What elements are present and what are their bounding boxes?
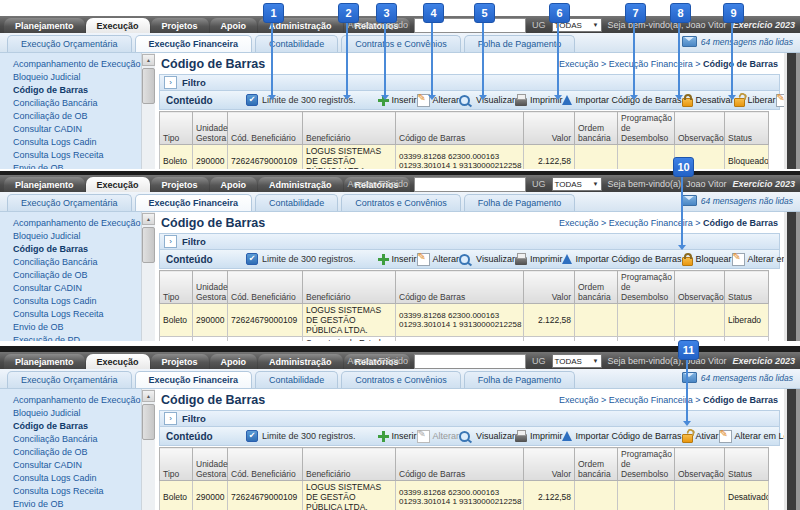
toolbar-button-visualizar[interactable]: Visualizar: [459, 431, 515, 442]
limite-checkbox[interactable]: ✔: [246, 253, 258, 265]
sidebar-item-consultar-cadin[interactable]: Consultar CADIN: [0, 459, 141, 472]
tab-execução-orçamentária[interactable]: Execução Orçamentária: [7, 371, 132, 388]
scrollbar-thumb[interactable]: [142, 227, 155, 263]
tab-execução-orçamentária[interactable]: Execução Orçamentária: [7, 35, 132, 52]
sidebar-item-acompanhamento-de-execução-de-pd[interactable]: Acompanhamento de Execução de PD: [0, 217, 141, 230]
toolbar-button-visualizar[interactable]: Visualizar: [459, 95, 515, 106]
sidebar-item-conciliação-de-ob[interactable]: Conciliação de OB: [0, 446, 141, 459]
sidebar-item-envio-de-ob[interactable]: Envio de OB: [0, 162, 141, 169]
toolbar-button-bloquear[interactable]: Bloquear: [682, 252, 732, 266]
breadcrumb-segment[interactable]: Execução Financeira: [609, 59, 693, 69]
sidebar-item-consulta-logs-cadin[interactable]: Consulta Logs Cadin: [0, 295, 141, 308]
scroll-up-icon[interactable]: ▲: [142, 390, 155, 402]
toolbar-button-desativar[interactable]: Desativar: [682, 93, 734, 107]
scrollbar-thumb[interactable]: [142, 68, 155, 104]
sidebar-item-conciliação-de-ob[interactable]: Conciliação de OB: [0, 110, 141, 123]
toolbar-button-inserir[interactable]: Inserir: [378, 254, 417, 265]
toolbar-button-imprimir[interactable]: Imprimir: [515, 431, 563, 442]
breadcrumb-segment[interactable]: Código de Barras: [703, 59, 778, 69]
scrollbar-thumb[interactable]: [142, 404, 155, 440]
unread-messages[interactable]: 64 mensagens não lidas: [682, 372, 793, 383]
toolbar-button-alterar[interactable]: Alterar: [417, 253, 460, 266]
toolbar-button-liberar[interactable]: Liberar: [734, 93, 776, 107]
sidebar-item-consulta-logs-receita[interactable]: Consulta Logs Receita: [0, 149, 141, 162]
sidebar-item-bloqueio-judicial[interactable]: Bloqueio Judicial: [0, 230, 141, 243]
sidebar-item-consulta-logs-receita[interactable]: Consulta Logs Receita: [0, 308, 141, 321]
tab-execução-financeira[interactable]: Execução Financeira: [135, 371, 253, 388]
sidebar-scrollbar[interactable]: ▲: [141, 53, 155, 169]
sidebar-item-execução-de-pd[interactable]: Execução de PD: [0, 334, 141, 341]
sidebar-item-envio-de-ob[interactable]: Envio de OB: [0, 498, 141, 510]
breadcrumb-segment[interactable]: Execução: [559, 218, 599, 228]
breadcrumb-segment[interactable]: Execução: [559, 395, 599, 405]
menu-tab-planejamento[interactable]: Planejamento: [4, 177, 85, 192]
menu-tab-apoio[interactable]: Apoio: [210, 18, 258, 33]
menu-tab-projetos[interactable]: Projetos: [151, 18, 209, 33]
toolbar-button-alterar[interactable]: Alterar: [417, 94, 460, 107]
menu-tab-apoio[interactable]: Apoio: [210, 354, 258, 369]
sidebar-item-bloqueio-judicial[interactable]: Bloqueio Judicial: [0, 407, 141, 420]
tab-contratos-e-convênios[interactable]: Contratos e Convênios: [341, 35, 461, 52]
sidebar-item-conciliação-bancária[interactable]: Conciliação Bancária: [0, 433, 141, 446]
sidebar-item-consultar-cadin[interactable]: Consultar CADIN: [0, 282, 141, 295]
tab-folha-de-pagamento[interactable]: Folha de Pagamento: [464, 371, 576, 388]
sidebar-scrollbar[interactable]: ▲: [141, 212, 155, 341]
toolbar-button-imprimir[interactable]: Imprimir: [515, 254, 563, 265]
sidebar-item-consulta-logs-receita[interactable]: Consulta Logs Receita: [0, 485, 141, 498]
toolbar-button-inserir[interactable]: Inserir: [378, 431, 417, 442]
breadcrumb-segment[interactable]: Execução Financeira: [609, 395, 693, 405]
quick-access-input[interactable]: [414, 354, 526, 369]
tab-execução-financeira[interactable]: Execução Financeira: [135, 35, 253, 52]
scroll-up-icon[interactable]: ▲: [142, 213, 155, 225]
breadcrumb-segment[interactable]: Código de Barras: [703, 395, 778, 405]
toolbar-button-importar-codigo-de-barras[interactable]: Importar Código de Barras: [562, 254, 681, 264]
tab-contabilidade[interactable]: Contabilidade: [255, 371, 338, 388]
sidebar-item-acompanhamento-de-execução-de-pd[interactable]: Acompanhamento de Execução de PD: [0, 58, 141, 71]
menu-tab-execução[interactable]: Execução: [86, 18, 150, 33]
breadcrumb-segment[interactable]: Código de Barras: [703, 218, 778, 228]
unread-messages[interactable]: 64 mensagens não lidas: [682, 195, 793, 206]
sidebar-item-código-de-barras[interactable]: Código de Barras: [0, 243, 141, 256]
menu-tab-apoio[interactable]: Apoio: [210, 177, 258, 192]
toolbar-button-importar-codigo-de-barras[interactable]: Importar Código de Barras: [562, 431, 681, 441]
breadcrumb-segment[interactable]: Execução: [559, 59, 599, 69]
sidebar-item-envio-de-ob[interactable]: Envio de OB: [0, 321, 141, 334]
tab-execução-orçamentária[interactable]: Execução Orçamentária: [7, 194, 132, 211]
expand-chevron-icon[interactable]: ›: [164, 412, 177, 425]
sidebar-item-consultar-cadin[interactable]: Consultar CADIN: [0, 123, 141, 136]
limite-checkbox[interactable]: ✔: [246, 430, 258, 442]
menu-tab-administração[interactable]: Administração: [258, 354, 343, 369]
toolbar-button-visualizar[interactable]: Visualizar: [459, 254, 515, 265]
quick-access-input[interactable]: [414, 177, 526, 192]
tab-contabilidade[interactable]: Contabilidade: [255, 35, 338, 52]
table-row[interactable]: Boleto29000072624679000109LOGUS SISTEMAS…: [160, 304, 769, 337]
menu-tab-planejamento[interactable]: Planejamento: [4, 354, 85, 369]
sidebar-item-acompanhamento-de-execução-de-pd[interactable]: Acompanhamento de Execução de PD: [0, 394, 141, 407]
sidebar-item-bloqueio-judicial[interactable]: Bloqueio Judicial: [0, 71, 141, 84]
menu-tab-planejamento[interactable]: Planejamento: [4, 18, 85, 33]
tab-execução-financeira[interactable]: Execução Financeira: [135, 194, 253, 211]
toolbar-button-ativar[interactable]: Ativar: [682, 429, 719, 443]
tab-contratos-e-convênios[interactable]: Contratos e Convênios: [341, 371, 461, 388]
ug-select[interactable]: TODAS▼: [552, 177, 602, 191]
limite-checkbox[interactable]: ✔: [246, 94, 258, 106]
menu-tab-execução[interactable]: Execução: [86, 177, 150, 192]
sidebar-item-conciliação-bancária[interactable]: Conciliação Bancária: [0, 256, 141, 269]
sidebar-item-conciliação-de-ob[interactable]: Conciliação de OB: [0, 269, 141, 282]
menu-tab-projetos[interactable]: Projetos: [151, 177, 209, 192]
menu-tab-execução[interactable]: Execução: [86, 354, 150, 369]
sidebar-item-consulta-logs-cadin[interactable]: Consulta Logs Cadin: [0, 136, 141, 149]
toolbar-button-importar-codigo-de-barras[interactable]: Importar Código de Barras: [562, 95, 681, 105]
table-row[interactable]: Fatura99000076416890000189Secretaria de …: [160, 337, 769, 342]
sidebar-item-código-de-barras[interactable]: Código de Barras: [0, 420, 141, 433]
tab-contratos-e-convênios[interactable]: Contratos e Convênios: [341, 194, 461, 211]
ug-select[interactable]: TODAS▼: [552, 354, 602, 368]
sidebar-item-consulta-logs-cadin[interactable]: Consulta Logs Cadin: [0, 472, 141, 485]
unread-messages[interactable]: 64 mensagens não lidas: [682, 36, 793, 47]
sidebar-scrollbar[interactable]: ▲: [141, 389, 155, 510]
menu-tab-projetos[interactable]: Projetos: [151, 354, 209, 369]
tab-contabilidade[interactable]: Contabilidade: [255, 194, 338, 211]
expand-chevron-icon[interactable]: ›: [164, 76, 177, 89]
table-row[interactable]: Boleto29000072624679000109LOGUS SISTEMAS…: [160, 481, 769, 510]
scroll-up-icon[interactable]: ▲: [142, 54, 155, 66]
